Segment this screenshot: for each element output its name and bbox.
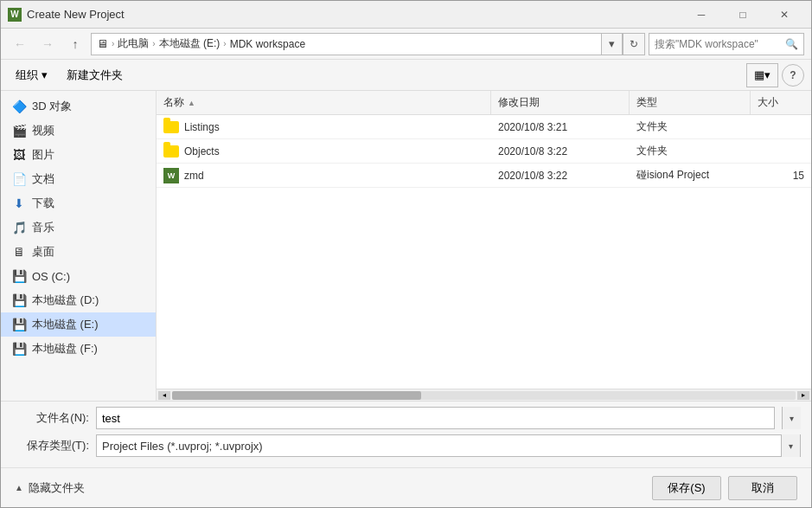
table-row[interactable]: Objects 2020/10/8 3:22 文件夹 (157, 139, 811, 164)
footer: ▲ 隐藏文件夹 保存(S) 取消 (1, 467, 811, 507)
sidebar-item-local-f[interactable]: 💾 本地磁盘 (F:) (1, 337, 156, 361)
local-e-icon: 💾 (11, 317, 27, 332)
horizontal-scrollbar[interactable]: ◂ ▸ (157, 389, 811, 401)
folder-icon (163, 145, 179, 158)
file-size-listings (751, 115, 811, 138)
file-type-objects: 文件夹 (630, 139, 751, 163)
titlebar: W Create New Project ─ □ ✕ (1, 1, 811, 29)
save-button[interactable]: 保存(S) (652, 476, 721, 500)
forward-button[interactable]: → (35, 32, 60, 56)
col-header-type[interactable]: 类型 (630, 91, 751, 114)
triangle-icon: ▲ (15, 483, 23, 492)
address-bar[interactable]: 🖥 › 此电脑 › 本地磁盘 (E:) › MDK workspace (91, 33, 602, 55)
sidebar-item-documents[interactable]: 📄 文档 (1, 167, 156, 191)
video-icon: 🎬 (11, 123, 27, 138)
scroll-right-arrow[interactable]: ▸ (797, 391, 809, 400)
file-date-objects: 2020/10/8 3:22 (491, 139, 630, 163)
hide-files-label: 隐藏文件夹 (29, 480, 85, 496)
search-box[interactable]: 🔍 (649, 33, 804, 55)
file-list: Listings 2020/10/8 3:21 文件夹 Objects 2020… (157, 115, 811, 389)
documents-icon: 📄 (11, 171, 27, 187)
up-button[interactable]: ↑ (63, 32, 87, 56)
3d-objects-icon: 🔷 (11, 99, 27, 114)
file-date-listings: 2020/10/8 3:21 (491, 115, 630, 138)
table-row[interactable]: W zmd 2020/10/8 3:22 碰ision4 Project 15 (157, 164, 811, 188)
scroll-track[interactable] (172, 391, 796, 400)
file-type-zmd: 碰ision4 Project (630, 164, 751, 187)
chevron-icon-2: › (152, 39, 155, 48)
address-part-2: 本地磁盘 (E:) (159, 36, 221, 51)
filetype-select-wrap[interactable]: Project Files (*.uvproj; *.uvprojx) ▾ (96, 434, 801, 457)
new-folder-button[interactable]: 新建文件夹 (59, 63, 131, 87)
file-type-listings: 文件夹 (630, 115, 751, 138)
address-part-1: 此电脑 (118, 36, 149, 51)
address-computer-icon: 🖥 (97, 37, 108, 50)
sort-arrow-name: ▲ (188, 99, 195, 107)
desktop-icon: 🖥 (11, 244, 27, 260)
filename-dropdown-button[interactable]: ▾ (782, 407, 801, 429)
back-button[interactable]: ← (8, 32, 32, 56)
search-input[interactable] (655, 38, 785, 50)
local-f-icon: 💾 (11, 341, 27, 357)
local-d-icon: 💾 (11, 293, 27, 308)
downloads-icon: ⬇ (11, 196, 27, 211)
sidebar-label-music: 音乐 (32, 220, 54, 235)
navigation-bar: ← → ↑ 🖥 › 此电脑 › 本地磁盘 (E:) › MDK workspac… (1, 29, 811, 60)
scroll-thumb[interactable] (172, 391, 421, 400)
filetype-value: Project Files (*.uvproj; *.uvprojx) (97, 440, 781, 453)
address-part-3: MDK workspace (230, 38, 305, 50)
minimize-button[interactable]: ─ (681, 1, 721, 29)
sidebar-item-os-c[interactable]: 💾 OS (C:) (1, 264, 156, 288)
close-button[interactable]: ✕ (764, 1, 804, 29)
sidebar-item-local-e[interactable]: 💾 本地磁盘 (E:) (1, 312, 156, 337)
filetype-label: 保存类型(T): (11, 438, 89, 453)
sidebar-label-3d-objects: 3D 对象 (32, 99, 72, 114)
sidebar-item-local-d[interactable]: 💾 本地磁盘 (D:) (1, 288, 156, 312)
sidebar-label-video: 视频 (32, 123, 54, 138)
scroll-left-arrow[interactable]: ◂ (158, 391, 170, 400)
app-icon: W (8, 8, 22, 22)
sidebar-label-local-d: 本地磁盘 (D:) (32, 293, 99, 308)
filename-input-wrap[interactable] (96, 407, 775, 429)
chevron-icon-3: › (223, 39, 226, 48)
cancel-button[interactable]: 取消 (728, 476, 797, 500)
sidebar-label-desktop: 桌面 (32, 244, 54, 260)
filetype-row: 保存类型(T): Project Files (*.uvproj; *.uvpr… (11, 434, 801, 457)
help-button[interactable]: ? (782, 64, 804, 87)
table-row[interactable]: Listings 2020/10/8 3:21 文件夹 (157, 115, 811, 139)
filename-label: 文件名(N): (11, 410, 89, 426)
view-toggle-button[interactable]: ▦▾ (746, 63, 778, 87)
file-pane: 名称 ▲ 修改日期 类型 大小 Listi (157, 91, 811, 401)
sidebar-item-3d-objects[interactable]: 🔷 3D 对象 (1, 94, 156, 119)
address-area: 🖥 › 此电脑 › 本地磁盘 (E:) › MDK workspace ▾ ↻ (91, 33, 645, 55)
file-size-zmd: 15 (751, 164, 811, 187)
music-icon: 🎵 (11, 220, 27, 235)
hide-files-toggle[interactable]: ▲ 隐藏文件夹 (15, 480, 85, 496)
col-header-size[interactable]: 大小 (751, 91, 811, 114)
col-header-name[interactable]: 名称 ▲ (157, 91, 491, 114)
col-header-date[interactable]: 修改日期 (491, 91, 630, 114)
filename-input[interactable] (97, 408, 774, 428)
sidebar-item-music[interactable]: 🎵 音乐 (1, 215, 156, 240)
project-icon: W (163, 168, 179, 183)
sidebar-item-video[interactable]: 🎬 视频 (1, 119, 156, 143)
sidebar-label-documents: 文档 (32, 171, 54, 187)
organize-arrow-icon: ▾ (42, 68, 48, 81)
sidebar: 🔷 3D 对象 🎬 视频 🖼 图片 📄 文档 ⬇ 下载 🎵 音乐 (1, 91, 157, 401)
filetype-dropdown-arrow[interactable]: ▾ (781, 434, 800, 457)
file-name-listings: Listings (157, 115, 491, 138)
sidebar-item-pictures[interactable]: 🖼 图片 (1, 143, 156, 167)
dialog-window: W Create New Project ─ □ ✕ ← → ↑ 🖥 › 此电脑… (0, 0, 812, 508)
sidebar-item-downloads[interactable]: ⬇ 下载 (1, 191, 156, 215)
file-date-zmd: 2020/10/8 3:22 (491, 164, 630, 187)
organize-label: 组织 (16, 68, 38, 83)
refresh-button[interactable]: ↻ (623, 33, 645, 55)
address-dropdown-button[interactable]: ▾ (602, 33, 623, 55)
os-c-icon: 💾 (11, 268, 27, 284)
file-list-header: 名称 ▲ 修改日期 类型 大小 (157, 91, 811, 115)
sidebar-item-desktop[interactable]: 🖥 桌面 (1, 240, 156, 264)
window-controls: ─ □ ✕ (681, 1, 804, 29)
organize-button[interactable]: 组织 ▾ (8, 63, 55, 87)
main-content-area: 🔷 3D 对象 🎬 视频 🖼 图片 📄 文档 ⬇ 下载 🎵 音乐 (1, 91, 811, 401)
maximize-button[interactable]: □ (723, 1, 763, 29)
